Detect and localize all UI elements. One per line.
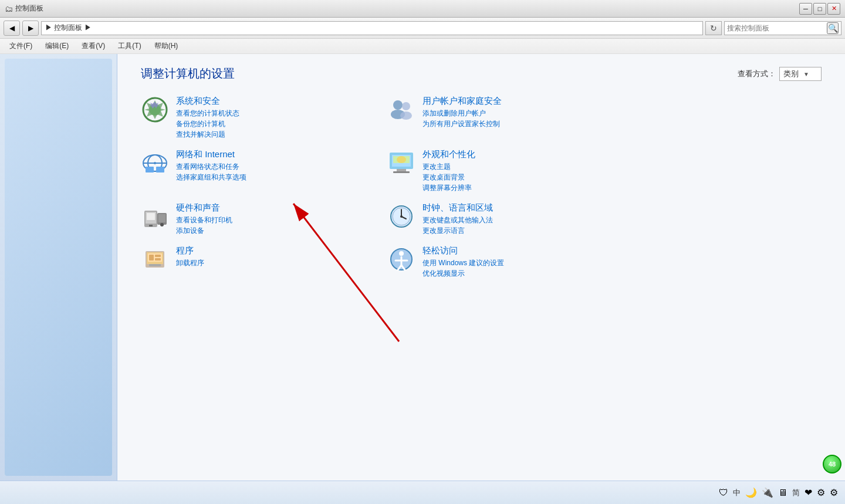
category-network-content: 网络和 Internet 查看网络状态和任务 选择家庭组和共享选项 [176, 149, 246, 182]
category-user-content: 用户帐户和家庭安全 添加或删除用户帐户 为所有用户设置家长控制 [422, 96, 502, 129]
category-accessibility-content: 轻松访问 使用 Windows 建议的设置 优化视频显示 [422, 245, 504, 279]
taskbar-icon-heart[interactable]: ❤ [805, 487, 812, 498]
category-accessibility-link-1[interactable]: 使用 Windows 建议的设置 [422, 258, 504, 268]
category-clock-link-2[interactable]: 更改显示语言 [422, 226, 493, 236]
refresh-button[interactable]: ↻ [705, 21, 722, 35]
category-system-link-2[interactable]: 备份您的计算机 [176, 119, 239, 129]
category-system-content: 系统和安全 查看您的计算机状态 备份您的计算机 查找并解决问题 [176, 96, 239, 140]
main-panel: 调整计算机的设置 查看方式： 类别 ▼ [117, 54, 845, 481]
close-button[interactable]: ✕ [827, 3, 840, 15]
search-button[interactable]: 🔍 [827, 22, 839, 34]
menu-bar: 文件(F) 编辑(E) 查看(V) 工具(T) 帮助(H) [0, 39, 845, 54]
address-field[interactable]: ▶ 控制面板 ▶ [41, 21, 703, 35]
taskbar-icon-lang[interactable]: 中 [733, 488, 741, 498]
minimize-button[interactable]: ─ [799, 3, 812, 15]
category-programs-title[interactable]: 程序 [176, 245, 194, 255]
category-accessibility-title[interactable]: 轻松访问 [422, 245, 458, 255]
search-input[interactable] [727, 24, 826, 32]
category-network-links: 查看网络状态和任务 选择家庭组和共享选项 [176, 162, 246, 182]
category-user-icon [387, 96, 415, 124]
category-system-link-3[interactable]: 查找并解决问题 [176, 130, 239, 140]
svg-rect-16 [397, 169, 406, 171]
category-hardware: 硬件和声音 查看设备和打印机 添加设备 [141, 202, 352, 236]
category-accessibility-links: 使用 Windows 建议的设置 优化视频显示 [422, 258, 504, 279]
menu-edit[interactable]: 编辑(E) [39, 40, 75, 52]
view-mode-dropdown[interactable]: 类别 ▼ [779, 67, 822, 81]
svg-rect-22 [158, 214, 165, 222]
category-hardware-link-1[interactable]: 查看设备和打印机 [176, 215, 232, 225]
svg-rect-34 [155, 255, 161, 257]
category-network-title[interactable]: 网络和 Internet [176, 149, 235, 159]
category-user-title[interactable]: 用户帐户和家庭安全 [422, 96, 502, 106]
category-hardware-icon [141, 202, 169, 231]
category-programs-link-1[interactable]: 卸载程序 [176, 258, 204, 268]
category-appearance-link-2[interactable]: 更改桌面背景 [422, 172, 475, 182]
badge-count: 48 [829, 461, 836, 468]
svg-point-15 [397, 156, 406, 163]
categories-grid: 系统和安全 查看您的计算机状态 备份您的计算机 查找并解决问题 [141, 96, 599, 279]
taskbar-icon-gear2[interactable]: ⚙ [830, 487, 838, 498]
taskbar-icon-moon[interactable]: 🌙 [745, 487, 757, 498]
back-button[interactable]: ◀ [4, 21, 20, 36]
svg-rect-36 [149, 264, 161, 266]
category-network-link-2[interactable]: 选择家庭组和共享选项 [176, 172, 246, 182]
category-appearance-links: 更改主题 更改桌面背景 调整屏幕分辨率 [422, 162, 475, 193]
category-hardware-link-2[interactable]: 添加设备 [176, 226, 232, 236]
svg-point-2 [393, 100, 403, 110]
category-programs: 程序 卸载程序 [141, 245, 352, 279]
taskbar-icon-monitor[interactable]: 🖥 [778, 488, 787, 498]
taskbar-icon-text[interactable]: 简 [792, 488, 800, 498]
category-accessibility-link-2[interactable]: 优化视频显示 [422, 269, 504, 279]
category-system-icon [141, 96, 169, 124]
svg-point-9 [154, 162, 156, 164]
address-bar: ◀ ▶ ▶ 控制面板 ▶ ↻ 🔍 [0, 18, 845, 39]
category-system-link-1[interactable]: 查看您的计算机状态 [176, 109, 239, 119]
menu-tools[interactable]: 工具(T) [112, 40, 147, 52]
category-user-link-1[interactable]: 添加或删除用户帐户 [422, 109, 502, 119]
forward-button[interactable]: ▶ [22, 21, 39, 36]
category-user-links: 添加或删除用户帐户 为所有用户设置家长控制 [422, 109, 502, 129]
category-clock-link-1[interactable]: 更改键盘或其他输入法 [422, 215, 493, 225]
taskbar-icon-gear1[interactable]: ⚙ [817, 487, 825, 498]
category-clock-content: 时钟、语言和区域 更改键盘或其他输入法 更改显示语言 [422, 202, 493, 236]
category-appearance-title[interactable]: 外观和个性化 [422, 149, 475, 159]
page-title-row: 调整计算机的设置 查看方式： 类别 ▼ [141, 66, 822, 82]
view-mode-selector: 查看方式： 类别 ▼ [738, 67, 822, 81]
category-programs-content: 程序 卸载程序 [176, 245, 204, 268]
title-bar: 🗂 控制面板 ─ □ ✕ [0, 0, 845, 18]
svg-rect-20 [147, 213, 155, 220]
chevron-down-icon: ▼ [803, 71, 809, 77]
category-user: 用户帐户和家庭安全 添加或删除用户帐户 为所有用户设置家长控制 [387, 96, 599, 140]
svg-rect-35 [155, 258, 161, 261]
window-title: 控制面板 [15, 4, 43, 13]
menu-file[interactable]: 文件(F) [4, 40, 38, 52]
content-area: 调整计算机的设置 查看方式： 类别 ▼ [0, 54, 845, 481]
notification-badge: 48 [823, 455, 841, 473]
category-clock-links: 更改键盘或其他输入法 更改显示语言 [422, 215, 493, 236]
category-clock-icon [387, 202, 415, 231]
window-icon: 🗂 [5, 4, 13, 13]
category-appearance-link-3[interactable]: 调整屏幕分辨率 [422, 183, 475, 193]
category-user-link-2[interactable]: 为所有用户设置家长控制 [422, 119, 502, 129]
taskbar-icon-shield[interactable]: 🛡 [719, 488, 728, 498]
title-bar-buttons: ─ □ ✕ [799, 3, 840, 15]
taskbar-icon-power[interactable]: 🔌 [762, 487, 773, 498]
page-title: 调整计算机的设置 [141, 66, 235, 82]
category-system-title[interactable]: 系统和安全 [176, 96, 220, 106]
svg-rect-17 [393, 171, 410, 173]
menu-help[interactable]: 帮助(H) [148, 40, 184, 52]
category-hardware-links: 查看设备和打印机 添加设备 [176, 215, 232, 236]
maximize-button[interactable]: □ [813, 3, 826, 15]
category-clock-title[interactable]: 时钟、语言和区域 [422, 202, 493, 212]
category-network-link-1[interactable]: 查看网络状态和任务 [176, 162, 246, 172]
svg-rect-33 [149, 255, 154, 261]
category-accessibility: 轻松访问 使用 Windows 建议的设置 优化视频显示 [387, 245, 599, 279]
category-system-links: 查看您的计算机状态 备份您的计算机 查找并解决问题 [176, 109, 239, 140]
menu-view[interactable]: 查看(V) [76, 40, 111, 52]
category-hardware-title[interactable]: 硬件和声音 [176, 202, 220, 212]
category-programs-links: 卸载程序 [176, 258, 204, 268]
category-appearance-link-1[interactable]: 更改主题 [422, 162, 475, 172]
category-system: 系统和安全 查看您的计算机状态 备份您的计算机 查找并解决问题 [141, 96, 352, 140]
category-appearance-icon [387, 149, 415, 177]
view-mode-value: 类别 [783, 69, 799, 78]
